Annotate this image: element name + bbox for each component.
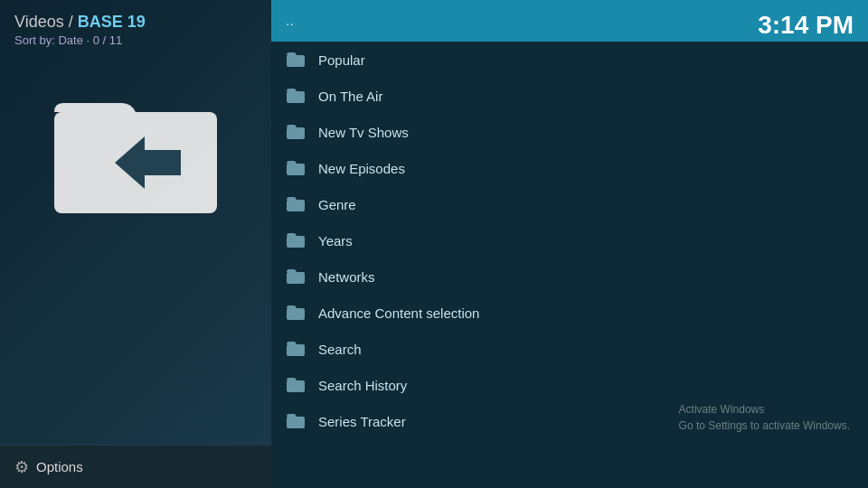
folder-icon [286, 413, 306, 429]
svg-rect-7 [287, 236, 305, 248]
folder-icon [286, 377, 306, 393]
list-item[interactable]: Series Tracker [271, 403, 868, 439]
list-item[interactable]: Popular [271, 42, 868, 78]
item-label: Years [318, 233, 353, 249]
svg-rect-3 [287, 91, 305, 103]
list-item[interactable]: Genre [271, 186, 868, 222]
svg-rect-5 [287, 164, 305, 175]
title-prefix: Videos / [14, 13, 78, 31]
list-item[interactable]: On The Air [271, 78, 868, 114]
list-item[interactable]: Search [271, 331, 868, 367]
folder-icon [286, 88, 306, 104]
svg-rect-10 [287, 344, 305, 356]
folder-icon [286, 341, 306, 357]
title-highlight: BASE 19 [78, 13, 146, 31]
list-item[interactable]: Search History [271, 367, 868, 403]
items-container: PopularOn The AirNew Tv ShowsNew Episode… [271, 42, 868, 439]
svg-rect-4 [287, 127, 305, 139]
item-label: Genre [318, 197, 356, 212]
svg-rect-6 [287, 200, 305, 211]
clock: 3:14 PM [758, 11, 854, 40]
options-icon: ⚙ [14, 457, 29, 477]
title-line: Videos / BASE 19 [14, 13, 257, 32]
list-item[interactable]: New Episodes [271, 150, 868, 186]
item-label: Advance Content selection [318, 305, 479, 321]
item-label: On The Air [318, 89, 382, 104]
folder-icon [286, 305, 306, 321]
svg-rect-11 [287, 380, 305, 392]
sidebar: Videos / BASE 19 Sort by: Date · 0 / 11 … [0, 0, 271, 488]
folder-icon [286, 268, 306, 285]
folder-icon [286, 124, 306, 140]
item-label: Search History [318, 378, 407, 393]
list-item[interactable]: New Tv Shows [271, 114, 868, 150]
header-title: Videos / BASE 19 Sort by: Date · 0 / 11 [0, 0, 271, 51]
folder-icon [286, 196, 306, 212]
item-label: Search [318, 342, 362, 357]
folder-icon [286, 160, 306, 176]
item-label: Networks [318, 269, 375, 285]
svg-rect-9 [287, 308, 305, 320]
sidebar-bottom[interactable]: ⚙ Options [0, 445, 271, 488]
svg-rect-8 [287, 272, 305, 284]
list-item[interactable]: Networks [271, 258, 868, 295]
folder-icon-wrap [50, 78, 222, 222]
folder-icon [286, 232, 306, 249]
subtitle-line: Sort by: Date · 0 / 11 [14, 33, 257, 47]
content-list: .. PopularOn The AirNew Tv ShowsNew Epis… [271, 0, 868, 488]
list-item[interactable]: Advance Content selection [271, 295, 868, 331]
item-label: Popular [318, 52, 365, 68]
folder-icon [286, 52, 306, 68]
item-label: New Episodes [318, 161, 405, 176]
item-label: New Tv Shows [318, 125, 409, 140]
options-label: Options [36, 459, 83, 474]
list-item[interactable]: Years [271, 222, 868, 258]
svg-rect-2 [287, 55, 305, 67]
svg-rect-12 [287, 417, 305, 428]
item-label: Series Tracker [318, 414, 406, 429]
folder-back-icon [50, 78, 222, 222]
